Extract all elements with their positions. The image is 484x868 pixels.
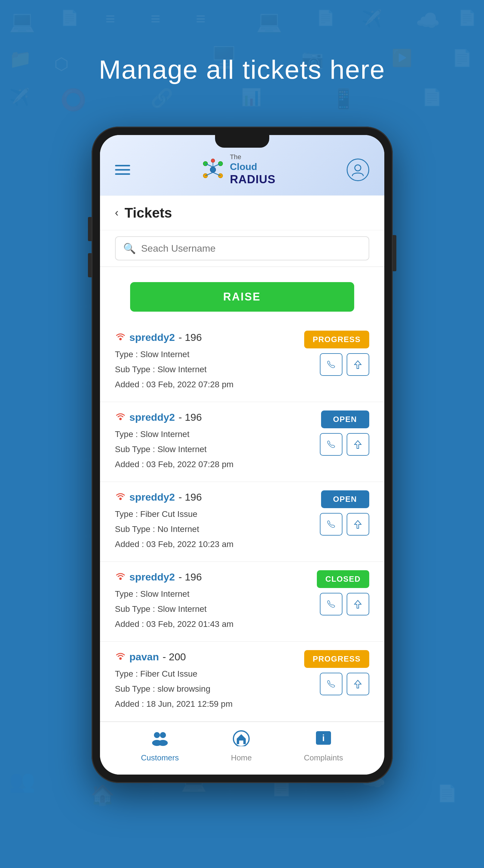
wifi-icon-4 [115,650,126,663]
ticket-left-1: spreddy2 - 196 Type : Slow Internet Sub … [115,410,320,473]
ticket-subtype-1: Sub Type : Slow Internet [115,443,320,456]
ticket-user-line-1: spreddy2 - 196 [115,410,320,424]
ticket-username-1[interactable]: spreddy2 [130,411,175,423]
ticket-added-3: Added : 03 Feb, 2022 01:43 am [115,618,317,630]
bottom-nav-item-complaints[interactable]: i Complaints [304,730,343,763]
ticket-subtype-3: Sub Type : Slow Internet [115,603,317,615]
action-buttons-2 [320,513,369,535]
ticket-right-2: OPEN [320,490,369,535]
call-button-3[interactable] [320,593,343,615]
ticket-type-1: Type : Slow Internet [115,428,320,441]
ticket-user-line-4: pavan - 200 [115,650,304,663]
ticket-item: pavan - 200 Type : Fiber Cut Issue Sub T… [100,642,384,721]
logo-cloud-label: Cloud [230,161,276,173]
complaints-label: Complaints [304,753,343,763]
ticket-left-3: spreddy2 - 196 Type : Slow Internet Sub … [115,570,317,633]
svg-point-17 [154,732,160,738]
ticket-user-line-2: spreddy2 - 196 [115,490,320,504]
hamburger-line-3 [115,173,130,175]
navigate-button-1[interactable] [347,433,369,456]
ticket-left-0: spreddy2 - 196 Type : Slow Internet Sub … [115,331,304,393]
svg-point-5 [211,159,215,162]
status-badge-4: PROGRESS [304,650,369,668]
ticket-added-1: Added : 03 Feb, 2022 07:28 pm [115,458,320,471]
wifi-icon-3 [115,570,126,584]
profile-button[interactable] [347,158,369,181]
raise-button[interactable]: RAISE [130,282,354,312]
notch [215,135,269,148]
navigate-button-0[interactable] [347,353,369,376]
call-button-4[interactable] [320,673,343,695]
ticket-id-1: - 196 [179,411,202,423]
ticket-username-0[interactable]: spreddy2 [130,332,175,343]
page-header-text: Manage all tickets here [0,54,484,85]
svg-rect-22 [239,741,244,744]
logo-text-block: The Cloud RADIUS [230,153,276,186]
status-badge-1: OPEN [321,410,369,428]
ticket-subtype-4: Sub Type : slow browsing [115,683,304,695]
search-icon: 🔍 [123,242,136,254]
search-input[interactable] [141,243,361,254]
logo-radius-label: RADIUS [230,173,276,187]
ticket-left-2: spreddy2 - 196 Type : Fiber Cut Issue Su… [115,490,320,553]
ticket-item: spreddy2 - 196 Type : Slow Internet Sub … [100,402,384,482]
call-button-1[interactable] [320,433,343,456]
ticket-item: spreddy2 - 196 Type : Slow Internet Sub … [100,322,384,402]
navigate-button-3[interactable] [347,593,369,615]
ticket-type-4: Type : Fiber Cut Issue [115,668,304,680]
ticket-id-0: - 196 [179,332,202,343]
svg-point-12 [119,338,122,340]
phone-frame: The Cloud RADIUS ‹ Tickets [92,127,393,783]
action-buttons-0 [320,353,369,376]
ticket-item: spreddy2 - 196 Type : Slow Internet Sub … [100,562,384,642]
hamburger-line-1 [115,165,130,166]
ticket-added-2: Added : 03 Feb, 2022 10:23 am [115,538,320,551]
wifi-icon-2 [115,490,126,504]
customers-icon [151,730,169,750]
ticket-id-4: - 200 [163,651,186,663]
bottom-nav-item-customers[interactable]: Customers [141,730,179,763]
svg-point-13 [119,418,122,420]
ticket-type-0: Type : Slow Internet [115,348,304,361]
navigate-button-2[interactable] [347,513,369,535]
ticket-left-4: pavan - 200 Type : Fiber Cut Issue Sub T… [115,650,304,713]
action-buttons-1 [320,433,369,456]
back-button[interactable]: ‹ [115,207,119,219]
wifi-icon-1 [115,410,126,424]
svg-point-11 [355,165,361,171]
ticket-added-0: Added : 03 Feb, 2022 07:28 pm [115,378,304,391]
ticket-added-4: Added : 18 Jun, 2021 12:59 pm [115,698,304,710]
app-logo: The Cloud RADIUS [201,153,276,186]
tickets-header: ‹ Tickets [100,195,384,230]
ticket-subtype-2: Sub Type : No Internet [115,523,320,535]
home-icon [232,730,250,750]
ticket-username-3[interactable]: spreddy2 [130,571,175,583]
hamburger-line-2 [115,169,130,170]
ticket-id-3: - 196 [179,571,202,583]
logo-the-label: The [230,153,276,161]
navigate-button-4[interactable] [347,673,369,695]
ticket-user-line-3: spreddy2 - 196 [115,570,317,584]
ticket-item: spreddy2 - 196 Type : Fiber Cut Issue Su… [100,482,384,562]
ticket-username-4[interactable]: pavan [130,651,159,663]
svg-point-16 [119,657,122,660]
status-badge-2: OPEN [321,490,369,508]
wifi-icon-0 [115,331,126,344]
raise-button-container: RAISE [100,267,384,322]
svg-point-15 [119,578,122,580]
action-buttons-3 [320,593,369,615]
tickets-page-title: Tickets [125,205,172,221]
ticket-subtype-0: Sub Type : Slow Internet [115,363,304,376]
customers-label: Customers [141,753,179,763]
bottom-nav-item-home[interactable]: Home [231,730,252,763]
ticket-id-2: - 196 [179,491,202,503]
svg-point-0 [210,167,216,173]
ticket-right-3: CLOSED [317,570,369,615]
ticket-right-1: OPEN [320,410,369,456]
call-button-0[interactable] [320,353,343,376]
hamburger-menu-button[interactable] [115,165,130,175]
ticket-type-2: Type : Fiber Cut Issue [115,508,320,521]
search-wrapper: 🔍 [115,236,369,260]
call-button-2[interactable] [320,513,343,535]
ticket-username-2[interactable]: spreddy2 [130,491,175,503]
